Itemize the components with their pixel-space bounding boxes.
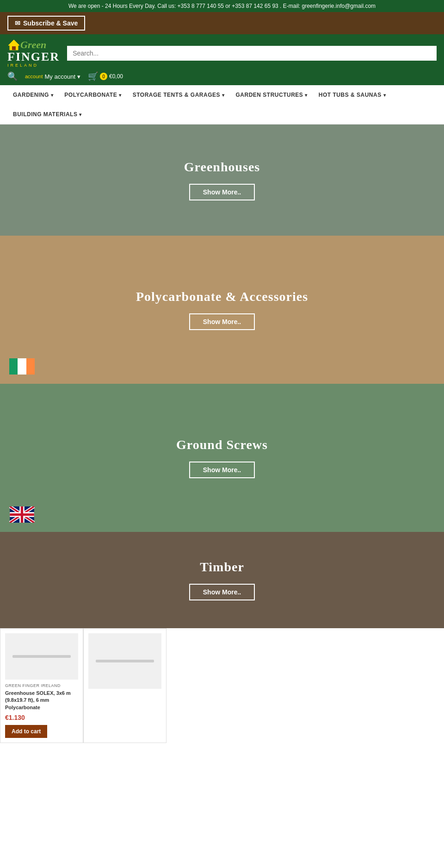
product-name: Greenhouse SOLEX, 3x6 m (9.8x19.7 ft), 6… — [5, 690, 78, 711]
top-bar: We are open - 24 Hours Every Day. Call u… — [0, 0, 444, 12]
search-icon[interactable]: 🔍 — [7, 71, 18, 81]
greenhouses-title: Greenhouses — [184, 160, 260, 175]
nav-gardening-chevron: ▾ — [51, 93, 54, 98]
product-card-2 — [83, 628, 166, 743]
polycarbonate-section: Polycarbonate & Accessories Show More.. — [0, 236, 444, 384]
logo[interactable]: Green FINGER IRELAND — [7, 39, 60, 68]
ground-screws-title: Ground Screws — [176, 437, 268, 452]
cart-total: €0,00 — [109, 73, 123, 80]
account-chevron-icon: ▾ — [77, 73, 80, 80]
logo-house-icon — [7, 39, 20, 51]
subscribe-save-button[interactable]: Subscribe & Save — [7, 16, 85, 31]
greenhouses-show-more-button[interactable]: Show More.. — [189, 184, 255, 200]
logo-green-text: Green — [20, 39, 46, 51]
nav-polycarbonate-chevron: ▾ — [119, 93, 122, 98]
nav-building-materials[interactable]: BUILDING MATERIALS ▾ — [7, 105, 437, 124]
cart-area[interactable]: 🛒 0 €0,00 — [88, 71, 123, 81]
my-account-link[interactable]: account My account ▾ — [25, 73, 80, 80]
cart-icon: 🛒 — [88, 71, 98, 81]
nav-polycarbonate[interactable]: POLYCARBONATE ▾ — [59, 85, 127, 105]
flag-uk-svg — [9, 506, 35, 523]
nav-storage-tents[interactable]: STORAGE TENTS & GARAGES ▾ — [127, 85, 230, 105]
flag-ireland — [9, 358, 35, 375]
my-account-text: My account — [45, 73, 75, 80]
subscribe-bar: Subscribe & Save — [0, 12, 444, 34]
nav-building-materials-chevron: ▾ — [79, 112, 82, 117]
greenhouses-section: Greenhouses Show More.. — [0, 125, 444, 236]
polycarbonate-show-more-button[interactable]: Show More.. — [189, 313, 255, 330]
product-image-bar — [12, 655, 71, 658]
header-top: Green FINGER IRELAND — [7, 39, 437, 68]
search-input[interactable] — [67, 46, 437, 61]
account-label: account — [25, 74, 43, 79]
flag-uk — [9, 506, 35, 523]
flag-orange-stripe — [26, 358, 35, 375]
ground-screws-section: Ground Screws Show More.. — [0, 384, 444, 532]
nav-garden-structures-chevron: ▾ — [305, 93, 308, 98]
product-image-placeholder-2 — [88, 633, 161, 689]
nav-hot-tubs-chevron: ▾ — [383, 93, 386, 98]
product-image-placeholder — [5, 633, 78, 680]
logo-finger-text: FINGER — [7, 51, 60, 63]
timber-title: Timber — [200, 560, 244, 575]
product-image-bar-2 — [96, 660, 154, 662]
products-section: GREEN FINGER IRELAND Greenhouse SOLEX, 3… — [0, 628, 444, 743]
ground-screws-show-more-button[interactable]: Show More.. — [189, 462, 255, 478]
nav-storage-chevron: ▾ — [222, 93, 225, 98]
nav-hot-tubs[interactable]: HOT TUBS & SAUNAS ▾ — [313, 85, 391, 105]
timber-show-more-button[interactable]: Show More.. — [189, 584, 255, 600]
product-grid: GREEN FINGER IRELAND Greenhouse SOLEX, 3… — [0, 628, 444, 743]
logo-ireland-text: IRELAND — [7, 63, 38, 68]
top-bar-text: We are open - 24 Hours Every Day. Call u… — [68, 3, 376, 9]
nav-gardening[interactable]: GARDENING ▾ — [7, 85, 59, 105]
product-card: GREEN FINGER IRELAND Greenhouse SOLEX, 3… — [0, 628, 83, 743]
product-brand: GREEN FINGER IRELAND — [5, 683, 78, 688]
polycarbonate-title: Polycarbonate & Accessories — [136, 289, 308, 304]
cart-count-badge: 0 — [100, 73, 107, 80]
product-price: €1.130 — [5, 714, 78, 721]
nav-garden-structures[interactable]: GARDEN STRUCTURES ▾ — [230, 85, 313, 105]
search-bar — [67, 46, 437, 61]
svg-rect-1 — [12, 46, 16, 50]
main-nav: GARDENING ▾ POLYCARBONATE ▾ STORAGE TENT… — [0, 85, 444, 125]
header: Green FINGER IRELAND 🔍 account My accoun… — [0, 34, 444, 85]
add-to-cart-button[interactable]: Add to cart — [5, 725, 47, 738]
timber-section: Timber Show More.. — [0, 532, 444, 628]
flag-green-stripe — [9, 358, 18, 375]
header-bottom: 🔍 account My account ▾ 🛒 0 €0,00 — [7, 68, 437, 85]
flag-white-stripe — [18, 358, 26, 375]
